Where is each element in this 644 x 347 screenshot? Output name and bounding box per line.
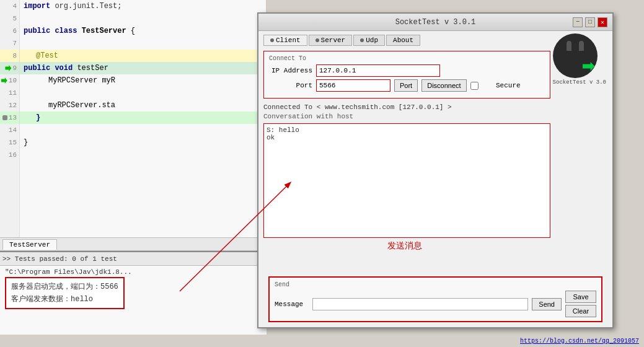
save-button[interactable]: Save (565, 291, 596, 303)
tab-about[interactable]: About (386, 35, 420, 46)
connect-section-label: Connect To (269, 55, 545, 62)
save-clear-buttons: Save Clear (565, 291, 596, 317)
server-start-msg: 服务器启动完成，端口为：5566 (11, 281, 118, 293)
status-bar: https://blog.csdn.net/qq_2091057 (0, 335, 644, 347)
socket-icon-area: SocketTest v 3.0 (553, 33, 606, 86)
ip-label: IP Address (269, 67, 312, 74)
connected-to-label: Connected To < www.techsmith.com [127.0.… (263, 102, 607, 112)
secure-checkbox[interactable] (470, 82, 479, 90)
socket-window: SocketTest v 3.0.1 − □ ✕ SocketTest v 3.… (257, 12, 614, 328)
status-url[interactable]: https://blog.csdn.net/qq_2091057 (520, 338, 639, 345)
ip-row: IP Address (269, 64, 545, 77)
conversation-line-2: ok (267, 134, 547, 141)
port-row: Port Port Disconnect Secure (269, 79, 545, 92)
window-title: SocketTest v 3.0.1 (395, 18, 476, 27)
restore-button[interactable]: □ (585, 17, 595, 27)
window-controls[interactable]: − □ ✕ (573, 17, 607, 27)
tab-client-label: Client (276, 37, 301, 44)
minimize-button[interactable]: − (573, 17, 583, 27)
window-titlebar: SocketTest v 3.0.1 − □ ✕ (258, 14, 612, 31)
message-label: Message (275, 301, 309, 308)
bottom-panel: >> Tests passed: 0 of 1 test "C:\Program… (0, 251, 267, 347)
console-line: "C:\Program Files\Jav\jdk1.8... (5, 268, 262, 276)
send-section-label: Send (275, 281, 596, 288)
client-data-msg: 客户端发来数据：hello (11, 293, 118, 305)
port-input[interactable] (316, 79, 390, 92)
tab-about-label: About (393, 37, 413, 44)
socket-icon-label: SocketTest v 3.0 (553, 79, 606, 86)
send-message-label: 发送消息 (258, 240, 550, 252)
tab-server[interactable]: Server (309, 35, 353, 46)
tab-udp-label: Udp (366, 37, 378, 44)
secure-checkbox-area[interactable]: Secure (470, 82, 521, 90)
conversation-area: S: hello ok (263, 123, 550, 238)
secure-label: Secure (480, 82, 521, 89)
port-button[interactable]: Port (394, 79, 418, 92)
clear-button[interactable]: Clear (565, 305, 596, 317)
send-section: Send Message Send Save Clear (268, 276, 602, 322)
conversation-label: Conversation with host (263, 112, 607, 121)
editor-tab[interactable]: TestServer (2, 239, 57, 250)
server-tab-dot (315, 38, 319, 42)
disconnect-button[interactable]: Disconnect (421, 79, 466, 92)
connected-to-section: Connected To < www.techsmith.com [127.0.… (263, 102, 607, 121)
tab-server-label: Server (321, 37, 346, 44)
udp-tab-dot (360, 38, 364, 42)
close-button[interactable]: ✕ (598, 17, 607, 27)
tab-udp[interactable]: Udp (353, 35, 385, 46)
send-row: Message Send Save Clear (275, 291, 596, 317)
message-input[interactable] (312, 298, 528, 310)
connect-section: Connect To IP Address Port Port Disconne… (263, 51, 550, 99)
tests-passed-label: >> Tests passed: 0 of 1 test (2, 255, 117, 263)
client-tab-dot (270, 38, 274, 42)
tab-client[interactable]: Client (263, 35, 307, 46)
send-button[interactable]: Send (532, 298, 562, 310)
bottom-tabs: >> Tests passed: 0 of 1 test (0, 252, 267, 266)
ip-input[interactable] (316, 64, 440, 77)
conversation-line-1: S: hello (267, 126, 547, 134)
port-label: Port (269, 82, 312, 89)
